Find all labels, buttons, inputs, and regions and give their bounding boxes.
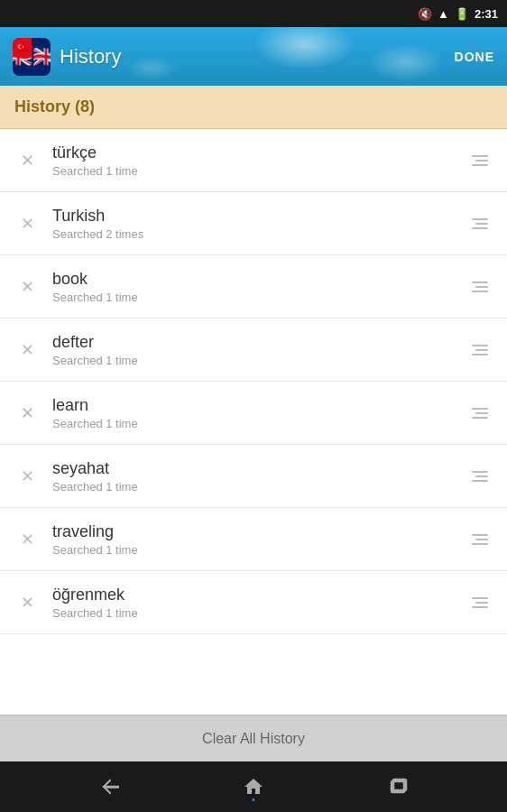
drag-handle-7[interactable] xyxy=(466,588,494,617)
clear-all-button[interactable]: Clear All History xyxy=(0,715,507,761)
delete-button-7[interactable]: ✕ xyxy=(13,588,41,617)
close-icon: ✕ xyxy=(21,342,34,358)
list-item-content: türkçe Searched 1 time xyxy=(41,143,466,178)
back-button[interactable] xyxy=(88,767,128,807)
drag-handle-6[interactable] xyxy=(466,525,494,554)
list-item: ✕ türkçe Searched 1 time xyxy=(0,129,507,192)
list-item-content: learn Searched 1 time xyxy=(41,396,466,430)
list-item-count: Searched 1 time xyxy=(52,543,455,557)
drag-handle-2[interactable] xyxy=(466,272,494,301)
list-item: ✕ book Searched 1 time xyxy=(0,255,507,318)
content-area: History (8) ✕ türkçe Searched 1 time ✕ xyxy=(0,86,507,761)
list-item-word: seyahat xyxy=(52,459,455,478)
list-item: ✕ seyahat Searched 1 time xyxy=(0,445,507,508)
list-item-content: traveling Searched 1 time xyxy=(41,522,466,557)
clear-all-label: Clear All History xyxy=(202,731,305,747)
wifi-icon: ▲ xyxy=(438,7,449,21)
handle-lines-icon xyxy=(472,218,488,229)
list-item-count: Searched 1 time xyxy=(52,480,455,494)
history-count-title: History (8) xyxy=(14,97,95,116)
list-item-count: Searched 1 time xyxy=(52,417,455,430)
delete-button-1[interactable]: ✕ xyxy=(13,209,41,238)
delete-button-2[interactable]: ✕ xyxy=(13,272,41,301)
mute-icon: 🔇 xyxy=(418,7,432,21)
drag-handle-5[interactable] xyxy=(466,462,494,491)
done-button[interactable]: DONE xyxy=(455,50,494,64)
list-item-count: Searched 1 time xyxy=(52,291,455,304)
drag-handle-3[interactable] xyxy=(466,336,494,364)
delete-button-4[interactable]: ✕ xyxy=(13,399,41,428)
delete-button-6[interactable]: ✕ xyxy=(13,525,41,554)
list-item: ✕ defter Searched 1 time xyxy=(0,318,507,382)
back-arrow-icon xyxy=(97,779,119,795)
battery-icon: 🔋 xyxy=(455,7,469,21)
close-icon: ✕ xyxy=(21,405,34,421)
dot-indicator: • xyxy=(252,795,255,805)
list-item-word: öğrenmek xyxy=(52,586,455,604)
list-item: ✕ öğrenmek Searched 1 time xyxy=(0,571,507,634)
header-title: History xyxy=(60,45,121,69)
list-item-content: öğrenmek Searched 1 time xyxy=(41,586,466,620)
delete-button-0[interactable]: ✕ xyxy=(13,146,41,175)
app-icon: 🇬🇧 🇹🇷 xyxy=(13,38,51,76)
close-icon: ✕ xyxy=(21,279,34,295)
header-left: 🇬🇧 🇹🇷 History xyxy=(13,38,121,76)
drag-handle-4[interactable] xyxy=(466,399,494,428)
status-time: 2:31 xyxy=(475,7,498,21)
handle-lines-icon xyxy=(472,345,488,355)
list-item-word: Turkish xyxy=(52,207,455,226)
list-item-content: defter Searched 1 time xyxy=(41,333,466,367)
list-item-content: seyahat Searched 1 time xyxy=(41,459,466,494)
handle-lines-icon xyxy=(472,281,488,292)
handle-lines-icon xyxy=(472,597,488,608)
delete-button-5[interactable]: ✕ xyxy=(13,462,41,491)
drag-handle-1[interactable] xyxy=(466,209,494,238)
handle-lines-icon xyxy=(472,408,488,419)
list-item: ✕ learn Searched 1 time xyxy=(0,382,507,445)
list-item-word: book xyxy=(52,270,455,289)
status-bar: 🔇 ▲ 🔋 2:31 xyxy=(0,0,507,27)
list-item-word: türkçe xyxy=(52,143,455,162)
list-item-word: traveling xyxy=(52,522,455,541)
list-container[interactable]: ✕ türkçe Searched 1 time ✕ Turkish Searc… xyxy=(0,129,507,715)
list-item-count: Searched 2 times xyxy=(52,227,455,241)
close-icon: ✕ xyxy=(21,216,34,232)
list-item-word: learn xyxy=(52,396,455,415)
list-item-count: Searched 1 time xyxy=(52,164,455,178)
list-item-content: Turkish Searched 2 times xyxy=(41,207,466,241)
list-item-word: defter xyxy=(52,333,455,352)
handle-lines-icon xyxy=(472,471,488,482)
handle-lines-icon xyxy=(472,155,488,166)
list-item: ✕ traveling Searched 1 time xyxy=(0,508,507,571)
list-item-content: book Searched 1 time xyxy=(41,270,466,304)
list-item-count: Searched 1 time xyxy=(52,606,455,620)
close-icon: ✕ xyxy=(21,531,34,548)
close-icon: ✕ xyxy=(21,595,34,611)
drag-handle-0[interactable] xyxy=(466,146,494,175)
recents-icon xyxy=(388,776,410,798)
header: 🇬🇧 🇹🇷 History DONE xyxy=(0,27,507,86)
bottom-nav: • xyxy=(0,761,507,812)
list-item: ✕ Turkish Searched 2 times xyxy=(0,192,507,255)
flag-tr-icon: 🇹🇷 xyxy=(13,38,32,57)
delete-button-3[interactable]: ✕ xyxy=(13,336,41,364)
close-icon: ✕ xyxy=(21,468,34,484)
recents-button[interactable] xyxy=(379,767,419,807)
handle-lines-icon xyxy=(472,534,488,545)
close-icon: ✕ xyxy=(21,152,34,169)
history-count-bar: History (8) xyxy=(0,86,507,129)
list-item-count: Searched 1 time xyxy=(52,354,455,367)
